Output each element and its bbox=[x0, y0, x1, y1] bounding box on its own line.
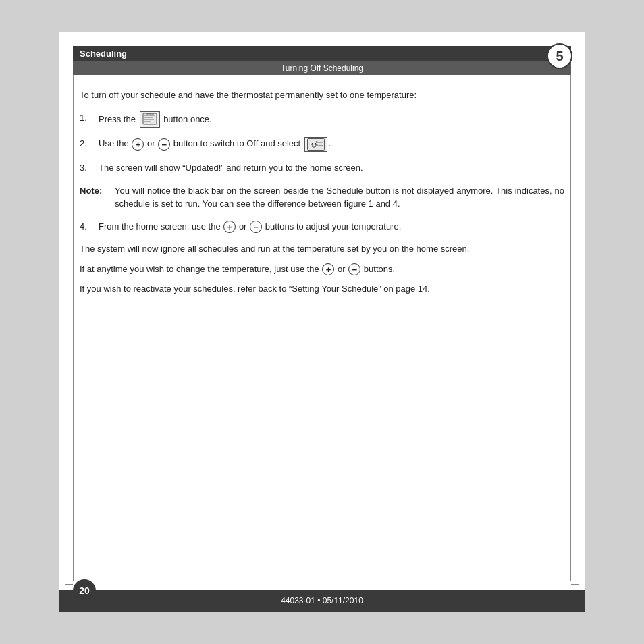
step-2-content: Use the + or − button to switch to Off a… bbox=[99, 137, 564, 152]
minus-button-icon-3: − bbox=[348, 263, 360, 275]
corner-mark-tr bbox=[571, 38, 579, 46]
schedule-icon: Schedule bbox=[140, 111, 160, 128]
header-top: Scheduling 5 bbox=[73, 46, 571, 61]
step-4-content: From the home screen, use the + or − but… bbox=[99, 220, 564, 234]
corner-mark-br bbox=[571, 576, 579, 585]
svg-text:Home: Home bbox=[315, 144, 323, 147]
paragraph-1: The system will now ignore all schedules… bbox=[80, 242, 564, 256]
step-3-number: 3. bbox=[80, 161, 99, 175]
minus-button-icon-2: − bbox=[250, 221, 262, 233]
step-3-content: The screen will show “Updated!” and retu… bbox=[99, 161, 564, 175]
step-4: 4. From the home screen, use the + or − … bbox=[80, 220, 564, 234]
footer-text: 44033-01 • 05/11/2010 bbox=[281, 596, 363, 606]
content-area: To turn off your schedule and have the t… bbox=[59, 75, 585, 316]
right-border bbox=[570, 73, 571, 581]
step-2-number: 2. bbox=[80, 137, 99, 151]
note-content: You will notice the black bar on the scr… bbox=[115, 184, 564, 211]
intro-text: To turn off your schedule and have the t… bbox=[80, 88, 564, 102]
done-home-icon: Done/ Home bbox=[304, 137, 327, 152]
footer: 44033-01 • 05/11/2010 bbox=[59, 590, 585, 612]
paragraph-3: If you wish to reactivate your schedules… bbox=[80, 282, 564, 296]
step-1-content: Press the Schedule button once. bbox=[99, 111, 564, 128]
header-subtitle: Turning Off Scheduling bbox=[73, 61, 571, 75]
or-text: or bbox=[338, 264, 348, 274]
step-4-number: 4. bbox=[80, 220, 99, 234]
chapter-title: Scheduling bbox=[80, 49, 127, 59]
plus-button-icon: + bbox=[132, 138, 144, 151]
plus-button-icon-2: + bbox=[223, 221, 236, 233]
step-3: 3. The screen will show “Updated!” and r… bbox=[80, 161, 564, 175]
corner-mark-bl bbox=[65, 576, 73, 585]
minus-button-icon: − bbox=[158, 138, 170, 151]
paragraph-2: If at anytime you wish to change the tem… bbox=[80, 263, 564, 276]
page-number-badge: 20 bbox=[73, 579, 96, 602]
step-1: 1. Press the Schedule button once. bbox=[80, 111, 564, 128]
note-label: Note: bbox=[80, 184, 112, 198]
corner-mark-tl bbox=[65, 38, 73, 46]
step-1-number: 1. bbox=[80, 111, 99, 125]
header: Scheduling 5 Turning Off Scheduling bbox=[73, 46, 571, 75]
left-border bbox=[73, 73, 74, 581]
step-2: 2. Use the + or − button to switch to Of… bbox=[80, 137, 564, 152]
chapter-badge: 5 bbox=[547, 43, 572, 69]
svg-text:Schedule: Schedule bbox=[145, 113, 154, 115]
note-block: Note: You will notice the black bar on t… bbox=[80, 184, 564, 211]
plus-button-icon-3: + bbox=[322, 263, 334, 275]
page: Scheduling 5 Turning Off Scheduling To t… bbox=[59, 32, 585, 612]
